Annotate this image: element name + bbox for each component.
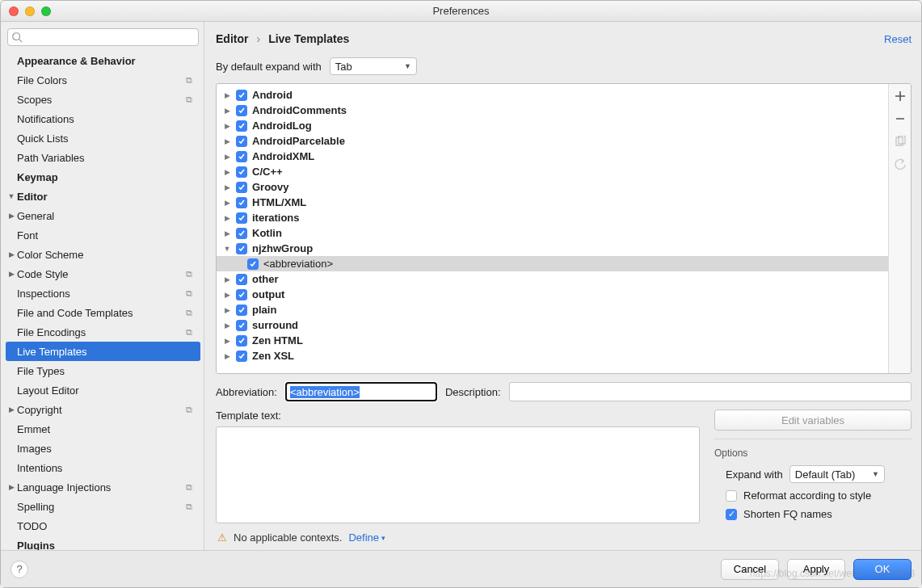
disclosure-triangle-icon[interactable]: ▶ <box>223 352 231 360</box>
checkbox[interactable] <box>236 320 247 331</box>
template-group-row[interactable]: ▶AndroidLog <box>217 118 888 133</box>
checkbox[interactable] <box>236 136 247 147</box>
sidebar-item[interactable]: File Colors⧉ <box>6 70 200 90</box>
template-group-row[interactable]: ▶output <box>217 287 888 302</box>
checkbox[interactable] <box>247 258 259 270</box>
sidebar-item[interactable]: ▶Language Injections⧉ <box>6 477 200 497</box>
disclosure-triangle-icon[interactable]: ▶ <box>223 214 231 222</box>
checkbox[interactable] <box>236 182 247 193</box>
template-group-row[interactable]: ▼njzhwGroup <box>217 241 888 256</box>
copy-template-icon[interactable] <box>893 134 907 149</box>
sidebar-item[interactable]: Plugins <box>6 536 200 550</box>
help-button[interactable]: ? <box>11 561 28 578</box>
disclosure-triangle-icon[interactable]: ▼ <box>223 245 231 253</box>
checkbox[interactable] <box>236 151 247 162</box>
description-input[interactable] <box>509 382 911 401</box>
sidebar-item[interactable]: Layout Editor <box>6 380 200 400</box>
template-group-row[interactable]: ▶AndroidXML <box>217 149 888 164</box>
checkbox[interactable] <box>236 90 247 101</box>
remove-template-icon[interactable] <box>893 111 907 126</box>
sidebar-item[interactable]: Inspections⧉ <box>6 284 200 303</box>
expand-with-select[interactable]: Default (Tab) ▼ <box>789 465 885 483</box>
template-group-row[interactable]: ▶iterations <box>217 210 888 225</box>
disclosure-triangle-icon[interactable]: ▶ <box>223 275 231 284</box>
reformat-checkbox[interactable] <box>726 490 737 502</box>
sidebar-item[interactable]: Path Variables <box>6 148 200 167</box>
disclosure-triangle-icon[interactable]: ▶ <box>223 168 231 176</box>
sidebar-item[interactable]: ▶Copyright⧉ <box>6 400 200 419</box>
sidebar-item[interactable]: Intentions <box>6 458 200 477</box>
abbreviation-input[interactable] <box>285 382 437 401</box>
default-expand-select[interactable]: Tab ▼ <box>330 57 417 75</box>
sidebar-item[interactable]: Quick Lists <box>6 128 200 148</box>
ok-button[interactable]: OK <box>853 559 911 580</box>
search-input[interactable] <box>7 28 199 46</box>
sidebar-item[interactable]: File Types <box>6 361 200 380</box>
template-group-row[interactable]: ▶HTML/XML <box>217 195 888 210</box>
shorten-fq-checkbox[interactable] <box>726 509 737 520</box>
checkbox[interactable] <box>236 335 247 346</box>
template-group-row[interactable]: ▶other <box>217 271 888 287</box>
disclosure-triangle-icon[interactable]: ▶ <box>223 291 231 299</box>
disclosure-triangle-icon[interactable]: ▶ <box>223 199 231 207</box>
sidebar-item[interactable]: File and Code Templates⧉ <box>6 303 200 322</box>
template-group-row[interactable]: ▶Kotlin <box>217 225 888 241</box>
template-group-row[interactable]: ▶AndroidParcelable <box>217 133 888 149</box>
disclosure-triangle-icon[interactable]: ▶ <box>223 91 231 99</box>
sidebar-item[interactable]: File Encodings⧉ <box>6 322 200 342</box>
disclosure-triangle-icon[interactable]: ▶ <box>223 183 231 191</box>
checkbox[interactable] <box>236 274 247 285</box>
add-template-icon[interactable] <box>893 89 907 103</box>
sidebar-item[interactable]: Emmet <box>6 419 200 439</box>
checkbox[interactable] <box>236 228 247 239</box>
checkbox[interactable] <box>236 120 247 132</box>
reset-link[interactable]: Reset <box>884 33 911 45</box>
disclosure-triangle-icon[interactable]: ▶ <box>223 153 231 161</box>
sidebar-item[interactable]: TODO <box>6 516 200 536</box>
checkbox[interactable] <box>236 289 247 300</box>
template-group-row[interactable]: ▶Zen HTML <box>217 333 888 348</box>
cancel-button[interactable]: Cancel <box>721 559 779 580</box>
template-group-row[interactable]: ▶AndroidComments <box>217 103 888 118</box>
sidebar-item[interactable]: Keymap <box>6 167 200 187</box>
disclosure-triangle-icon[interactable]: ▶ <box>223 306 231 314</box>
template-group-row[interactable]: ▶C/C++ <box>217 164 888 179</box>
sidebar-item[interactable]: ▼Editor <box>6 187 200 206</box>
sidebar-item[interactable]: ▶General <box>6 206 200 225</box>
sidebar-item[interactable]: ▶Color Scheme <box>6 245 200 264</box>
checkbox[interactable] <box>236 105 247 116</box>
template-group-row[interactable]: ▶plain <box>217 302 888 317</box>
template-text-input[interactable] <box>216 426 700 523</box>
sidebar-item[interactable]: Images <box>6 439 200 458</box>
template-group-row[interactable]: ▶Android <box>217 87 888 103</box>
checkbox[interactable] <box>236 212 247 224</box>
disclosure-triangle-icon[interactable]: ▶ <box>223 229 231 237</box>
sidebar-item[interactable]: Scopes⧉ <box>6 90 200 109</box>
define-context-link[interactable]: Define ▾ <box>348 531 385 544</box>
template-group-row[interactable]: ▶surround <box>217 317 888 333</box>
sidebar-item-label: Color Scheme <box>17 249 196 261</box>
disclosure-triangle-icon[interactable]: ▶ <box>223 107 231 115</box>
template-group-row[interactable]: ▶Zen XSL <box>217 348 888 363</box>
sidebar-item[interactable]: Live Templates <box>6 342 200 361</box>
checkbox[interactable] <box>236 351 247 362</box>
sidebar-item[interactable]: Spelling⧉ <box>6 497 200 516</box>
disclosure-triangle-icon[interactable]: ▶ <box>223 137 231 145</box>
checkbox[interactable] <box>236 197 247 208</box>
sidebar-item[interactable]: Appearance & Behavior <box>6 51 200 70</box>
template-row[interactable]: <abbreviation> <box>217 256 888 271</box>
disclosure-triangle-icon[interactable]: ▶ <box>223 122 231 130</box>
apply-button[interactable]: Apply <box>787 559 845 580</box>
disclosure-triangle-icon[interactable]: ▶ <box>223 337 231 345</box>
template-tree[interactable]: ▶Android▶AndroidComments▶AndroidLog▶Andr… <box>217 84 888 373</box>
checkbox[interactable] <box>236 243 247 254</box>
disclosure-triangle-icon[interactable]: ▶ <box>223 321 231 330</box>
checkbox[interactable] <box>236 304 247 316</box>
checkbox[interactable] <box>236 166 247 178</box>
revert-icon[interactable] <box>893 157 907 171</box>
sidebar-item[interactable]: ▶Code Style⧉ <box>6 264 200 284</box>
edit-variables-button[interactable]: Edit variables <box>714 410 911 430</box>
sidebar-item[interactable]: Font <box>6 225 200 245</box>
template-group-row[interactable]: ▶Groovy <box>217 179 888 195</box>
sidebar-item[interactable]: Notifications <box>6 109 200 128</box>
